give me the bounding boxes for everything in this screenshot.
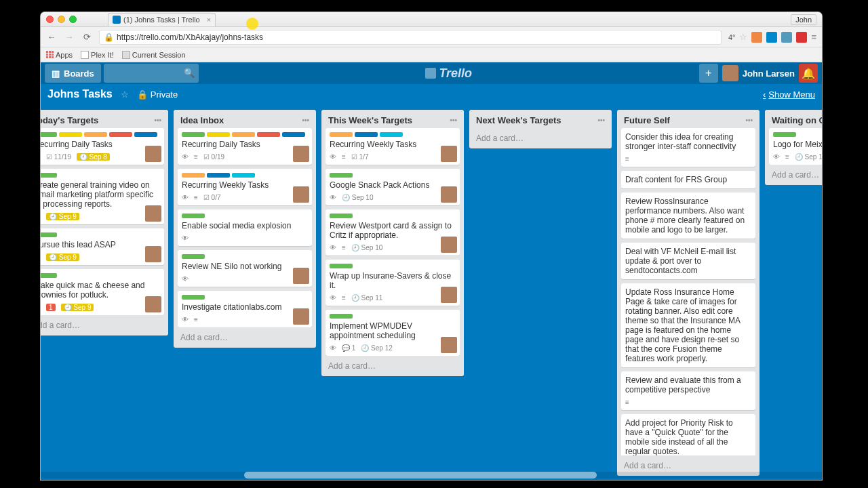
label-orange[interactable] (182, 173, 205, 178)
extension-icon[interactable] (796, 32, 807, 43)
horizontal-scrollbar[interactable] (41, 472, 822, 479)
list-title[interactable]: Waiting on Others (772, 115, 822, 125)
card[interactable]: Consider this idea for creating stronger… (621, 128, 755, 167)
user-avatar[interactable] (722, 65, 738, 81)
list-title[interactable]: Idea Inbox (180, 115, 224, 125)
card[interactable]: Pursue this lead ASAP👁🕘 Sep 9 (41, 228, 164, 265)
member-avatar[interactable] (441, 237, 457, 253)
card[interactable]: Logo for Meixell-Diehl Agency👁≡🕘 Sep 11 (769, 128, 822, 165)
minimize-window-button[interactable] (58, 16, 65, 23)
label-yellow[interactable] (59, 132, 82, 137)
member-avatar[interactable] (441, 287, 457, 303)
search-input[interactable]: 🔍 (104, 64, 199, 83)
member-avatar[interactable] (293, 186, 309, 203)
card[interactable]: Deal with VF McNeil E-mail list update &… (621, 243, 755, 279)
forward-button[interactable]: → (64, 32, 75, 42)
add-card-button[interactable]: Add a card… (41, 315, 168, 336)
list-title[interactable]: Future Self (624, 115, 670, 125)
add-card-button[interactable]: Add a card… (174, 327, 316, 348)
label-green[interactable] (182, 295, 205, 300)
label-yellow[interactable] (207, 132, 230, 137)
label-green[interactable] (182, 214, 205, 218)
bookmark-plex[interactable]: Plex It! (81, 51, 114, 59)
member-avatar[interactable] (145, 205, 161, 222)
label-blue[interactable] (207, 173, 230, 178)
label-green[interactable] (182, 254, 205, 259)
member-avatar[interactable] (293, 308, 309, 325)
card[interactable]: Make quick mac & cheese and brownies for… (41, 269, 164, 315)
scrollbar-thumb[interactable] (244, 472, 597, 479)
label-green[interactable] (41, 232, 57, 237)
card[interactable]: Recurring Daily Tasks👁≡☑ 0/19 (178, 128, 312, 165)
card[interactable]: Wrap up Insurane-Savers & close it.👁≡🕘 S… (326, 260, 460, 306)
list-menu-icon[interactable]: ••• (597, 117, 605, 124)
member-avatar[interactable] (441, 186, 457, 203)
member-avatar[interactable] (145, 296, 161, 312)
card[interactable]: Enable social media explosion👁 (178, 209, 312, 246)
card[interactable]: Recurring Weekly Tasks👁≡☑ 0/7 (178, 169, 312, 205)
privacy-button[interactable]: 🔒Private (137, 89, 178, 100)
create-button[interactable]: + (699, 64, 718, 83)
label-sky[interactable] (380, 132, 403, 137)
card[interactable]: Create general training video on Email m… (41, 169, 164, 224)
card[interactable]: Implement WPMUDEV appointment scheduling… (326, 310, 460, 356)
card[interactable]: Google Snack Pack Actions👁🕘 Sep 10 (326, 169, 460, 205)
add-card-button[interactable]: Add a card… (765, 165, 822, 185)
list-title[interactable]: This Week's Targets (328, 115, 412, 125)
label-green[interactable] (41, 273, 57, 278)
browser-tab[interactable]: (1) Johns Tasks | Trello × (108, 13, 216, 26)
extension-icon[interactable] (766, 32, 777, 43)
reload-button[interactable]: ⟳ (81, 32, 92, 42)
user-name[interactable]: John Larsen (743, 68, 795, 79)
card[interactable]: Review NE Silo not working👁 (178, 250, 312, 287)
trello-logo[interactable]: Trello (425, 66, 472, 81)
label-green[interactable] (330, 214, 353, 218)
address-bar[interactable]: 🔒 https://trello.com/b/XbAkajay/johns-ta… (99, 30, 722, 45)
list-menu-icon[interactable]: ••• (302, 117, 309, 124)
label-blue[interactable] (355, 132, 378, 137)
label-green[interactable] (330, 264, 353, 268)
label-green[interactable] (773, 132, 796, 137)
list-menu-icon[interactable]: ••• (154, 117, 161, 124)
card[interactable]: Recurring Daily Tasks👁☑ 11/19🕘 Sep 8 (41, 128, 164, 165)
bookmark-session[interactable]: Current Session (122, 51, 186, 59)
profile-button[interactable]: John (791, 14, 816, 25)
card[interactable]: Add project for Priority Risk to have a … (621, 414, 755, 455)
menu-icon[interactable]: ≡ (811, 32, 816, 42)
card[interactable]: Review RossInsurance performance numbers… (621, 192, 755, 239)
board-title[interactable]: Johns Tasks (47, 88, 113, 100)
star-icon[interactable]: ☆ (121, 89, 129, 100)
label-green[interactable] (41, 173, 57, 178)
add-card-button[interactable]: Add a card… (321, 356, 464, 376)
card[interactable]: Investigate citationlabs.com👁≡ (178, 291, 312, 327)
apps-bookmark[interactable]: Apps (46, 51, 73, 59)
notifications-button[interactable]: 🔔 (799, 64, 818, 83)
back-button[interactable]: ← (46, 32, 57, 42)
member-avatar[interactable] (145, 146, 161, 162)
maximize-window-button[interactable] (69, 16, 77, 23)
label-sky[interactable] (232, 173, 255, 178)
label-green[interactable] (330, 173, 353, 178)
card[interactable]: Review and evaluate this from a competit… (621, 371, 755, 410)
list-title[interactable]: Today's Targets (41, 115, 98, 125)
member-avatar[interactable] (293, 146, 309, 162)
label-red[interactable] (109, 132, 132, 137)
list-menu-icon[interactable]: ••• (745, 117, 753, 124)
card[interactable]: Update Ross Insurance Home Page & take c… (621, 283, 755, 367)
label-red[interactable] (257, 132, 280, 137)
member-avatar[interactable] (293, 268, 309, 284)
label-orange[interactable] (232, 132, 255, 137)
label-blue[interactable] (134, 132, 157, 137)
star-icon[interactable]: ☆ (739, 32, 747, 42)
list-title[interactable]: Next Week's Targets (476, 115, 561, 125)
member-avatar[interactable] (441, 146, 457, 162)
weather-widget[interactable]: 4° (728, 33, 736, 41)
label-green[interactable] (41, 132, 57, 137)
board-canvas[interactable]: Today's Targets•••Recurring Daily Tasks👁… (41, 104, 822, 480)
card[interactable]: Recurring Weekly Tasks👁≡☑ 1/7 (326, 128, 460, 165)
label-orange[interactable] (84, 132, 107, 137)
boards-button[interactable]: ▥ Boards (45, 64, 101, 83)
list-menu-icon[interactable]: ••• (450, 117, 457, 124)
label-blue[interactable] (282, 132, 305, 137)
label-orange[interactable] (330, 132, 353, 137)
